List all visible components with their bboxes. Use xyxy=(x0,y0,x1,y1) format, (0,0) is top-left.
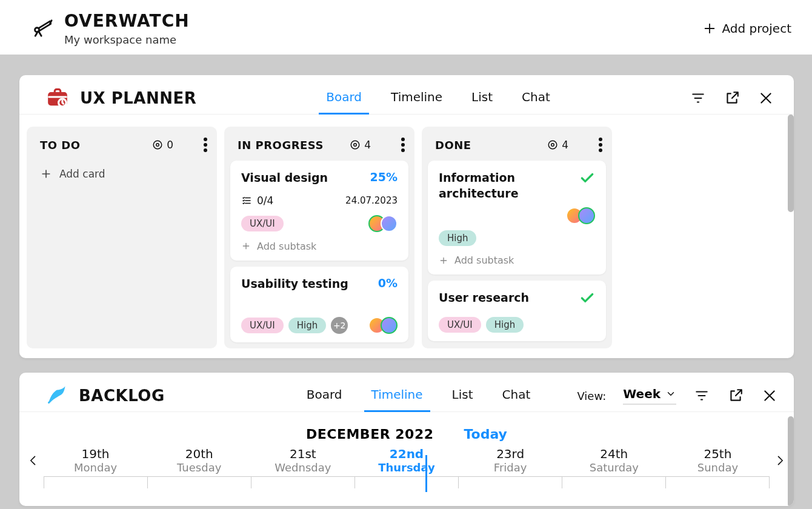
external-link-icon[interactable] xyxy=(724,90,740,107)
day-fri[interactable]: 23rdFriday xyxy=(459,447,562,474)
external-link-icon[interactable] xyxy=(727,387,744,404)
check-icon xyxy=(579,170,595,188)
column-title: DONE xyxy=(435,139,471,151)
add-subtask-button[interactable]: Add subtask xyxy=(439,254,595,266)
filter-icon[interactable] xyxy=(693,387,710,404)
scrollbar[interactable] xyxy=(788,416,794,506)
card-usability-testing[interactable]: Usability testing 0% UX/UI High +2 xyxy=(230,267,408,343)
svg-point-7 xyxy=(548,141,557,149)
tab-timeline[interactable]: Timeline xyxy=(369,380,425,411)
add-project-label: Add project xyxy=(722,21,792,36)
next-week-button[interactable] xyxy=(770,451,790,470)
pill-more: +2 xyxy=(331,317,348,334)
svg-point-3 xyxy=(153,141,162,149)
day-sun[interactable]: 25thSunday xyxy=(666,447,770,474)
close-icon[interactable] xyxy=(757,90,774,107)
column-count: 0 xyxy=(152,139,173,151)
pill-high: High xyxy=(288,318,326,333)
close-icon[interactable] xyxy=(761,387,778,404)
topbar: OVERWATCH My workspace name Add project xyxy=(0,0,812,55)
brand-block: OVERWATCH My workspace name xyxy=(33,11,190,46)
more-icon[interactable] xyxy=(204,138,207,152)
avatar-icon xyxy=(381,215,398,232)
chevron-down-icon xyxy=(665,388,676,399)
pen-icon xyxy=(46,384,68,408)
collapse-icon[interactable] xyxy=(577,138,590,151)
tab-board[interactable]: Board xyxy=(304,380,345,411)
column-todo: TO DO 0 Add card xyxy=(27,127,217,348)
telescope-icon xyxy=(33,17,53,40)
day-sat[interactable]: 24thSaturday xyxy=(562,447,666,474)
card-percentage: 0% xyxy=(378,276,398,290)
tab-list[interactable]: List xyxy=(450,380,476,411)
card-avatars xyxy=(368,317,398,334)
prev-week-button[interactable] xyxy=(23,451,44,470)
timeline-month: DECEMBER 2022 xyxy=(306,427,433,442)
column-count: 4 xyxy=(547,139,568,151)
card-avatars xyxy=(368,215,398,232)
svg-point-8 xyxy=(551,144,554,147)
tab-list[interactable]: List xyxy=(469,82,495,114)
svg-point-5 xyxy=(351,141,359,149)
day-tue[interactable]: 20thTuesday xyxy=(147,447,251,474)
view-value: Week xyxy=(623,387,661,401)
add-card-button[interactable]: Add card xyxy=(27,161,217,195)
column-title: TO DO xyxy=(40,139,81,151)
more-icon[interactable] xyxy=(401,138,405,152)
card-title: Information architecture xyxy=(439,170,572,201)
card-info-architecture[interactable]: Information architecture High xyxy=(428,161,606,274)
add-subtask-button[interactable]: Add subtask xyxy=(241,241,398,252)
card-title: Usability testing xyxy=(241,276,348,292)
avatar-icon xyxy=(578,207,595,224)
filter-icon[interactable] xyxy=(690,90,707,107)
tab-board[interactable]: Board xyxy=(324,82,364,114)
column-title: IN PROGRESS xyxy=(238,139,324,151)
add-card-label: Add card xyxy=(59,168,105,180)
more-icon[interactable] xyxy=(599,138,602,152)
card-user-research[interactable]: User research UX/UI High xyxy=(428,281,606,341)
day-wed[interactable]: 21stWednsday xyxy=(251,447,354,474)
pill-high: High xyxy=(439,230,476,246)
tab-chat[interactable]: Chat xyxy=(519,82,553,114)
tab-chat[interactable]: Chat xyxy=(500,380,533,411)
today-button[interactable]: Today xyxy=(464,427,507,442)
pill-uxui: UX/UI xyxy=(241,216,284,231)
brand-name: OVERWATCH xyxy=(64,11,190,31)
pill-uxui: UX/UI xyxy=(241,318,284,333)
card-percentage: 25% xyxy=(370,170,398,184)
pill-uxui: UX/UI xyxy=(439,317,481,333)
svg-point-4 xyxy=(156,144,159,147)
check-icon xyxy=(579,290,595,308)
workspace-name: My workspace name xyxy=(64,33,190,46)
view-label: View: xyxy=(577,390,606,402)
briefcase-icon xyxy=(46,85,69,111)
card-title: User research xyxy=(439,290,529,306)
card-date: 24.07.2023 xyxy=(345,195,398,206)
collapse-icon[interactable] xyxy=(379,138,393,151)
pill-high: High xyxy=(486,317,524,333)
day-mon[interactable]: 19thMonday xyxy=(44,447,147,474)
card-visual-design[interactable]: Visual design 25% 0/4 24.07.2023 UX/UI xyxy=(230,161,408,261)
add-project-button[interactable]: Add project xyxy=(703,21,792,36)
column-done: DONE 4 Information architecture xyxy=(422,127,612,348)
day-thu[interactable]: 22ndThursday xyxy=(354,447,458,474)
column-inprogress: IN PROGRESS 4 Visual design 25% 0/4 24.0 xyxy=(224,127,414,348)
add-subtask-label: Add subtask xyxy=(257,241,316,252)
avatar-icon xyxy=(381,317,398,334)
column-count: 4 xyxy=(350,139,371,151)
ux-planner-panel: UX PLANNER Board Timeline List Chat TO D… xyxy=(19,75,794,358)
collapse-icon[interactable] xyxy=(182,138,195,151)
card-title: Visual design xyxy=(241,170,328,186)
timeline-grid xyxy=(44,476,770,488)
panel-title: UX PLANNER xyxy=(80,89,196,107)
panel-title: BACKLOG xyxy=(79,387,165,405)
today-indicator xyxy=(425,455,427,492)
add-subtask-label: Add subtask xyxy=(454,254,514,266)
card-avatars xyxy=(566,207,595,224)
subtask-count: 0/4 xyxy=(241,195,273,207)
backlog-panel: BACKLOG Board Timeline List Chat View: W… xyxy=(19,373,794,506)
tab-timeline[interactable]: Timeline xyxy=(388,82,445,114)
view-select[interactable]: Week xyxy=(623,387,676,405)
svg-point-6 xyxy=(354,144,357,147)
scrollbar[interactable] xyxy=(788,115,794,212)
